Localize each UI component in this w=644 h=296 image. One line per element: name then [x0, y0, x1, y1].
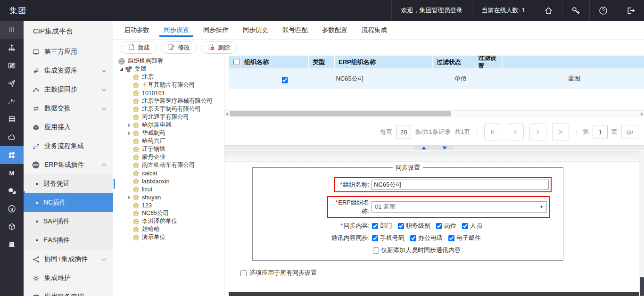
panel-splitter[interactable]	[224, 145, 644, 150]
per-page-input[interactable]: 20	[396, 125, 411, 139]
sidebar-item-integration-maintenance[interactable]: 集成维护	[24, 269, 113, 288]
rail-send-icon[interactable]	[0, 74, 24, 92]
first-page-button[interactable]	[484, 123, 501, 140]
tree-node[interactable]: licui	[113, 185, 224, 193]
tree-group[interactable]: 集团	[113, 65, 224, 73]
vertical-scroll-thumb[interactable]	[640, 277, 644, 296]
rail-database-icon[interactable]	[0, 110, 24, 128]
rail-s-app-icon[interactable]: S	[0, 200, 24, 218]
tree-node[interactable]: 华威制药	[113, 129, 224, 137]
rail-sliders-icon[interactable]	[0, 57, 24, 74]
tree-toggle-icon[interactable]	[128, 123, 131, 127]
tree-node[interactable]: 北京天宇制药有限公司	[113, 105, 224, 113]
last-page-button[interactable]	[552, 123, 569, 140]
sidebar-item-data-exchange[interactable]: 数据交换	[24, 99, 113, 118]
tree-node[interactable]: NC65公司	[113, 209, 224, 217]
delete-button[interactable]: 删除	[201, 41, 237, 54]
column-filter-setting[interactable]: 过滤设置	[474, 56, 503, 68]
vertical-scrollbar[interactable]	[639, 151, 644, 296]
tree-node[interactable]: 123	[113, 201, 224, 209]
tree-toggle-icon[interactable]	[128, 196, 131, 199]
prev-page-button[interactable]	[507, 123, 524, 140]
sidebar-item-finance-voucher[interactable]: 财务凭证	[24, 174, 113, 193]
comm-sync-checkbox[interactable]	[410, 235, 416, 241]
tree-node[interactable]: 1010101	[113, 89, 224, 97]
rail-laptop-icon[interactable]	[0, 236, 24, 254]
sidebar-item-third-party-apps[interactable]: 第三方应用	[24, 42, 113, 61]
edit-button[interactable]: 修改	[161, 41, 197, 54]
tree-node[interactable]: 娃哈哈	[113, 225, 224, 233]
sidebar-scrollbar-thumb[interactable]	[24, 191, 25, 208]
only-new-checkbox-item[interactable]: 仅新添加人员时同步通讯内容	[373, 246, 461, 255]
column-type[interactable]: 类型	[309, 56, 335, 68]
column-erp-org-name[interactable]: ERP组织名称	[335, 56, 433, 68]
tree-node[interactable]: 河北通宇有限公司	[113, 113, 224, 121]
sidebar-item-business-process[interactable]: 业务流程集成	[24, 137, 113, 156]
horizontal-scroll-thumb[interactable]	[230, 111, 451, 116]
tab-账号匹配[interactable]: 账号匹配	[281, 21, 309, 39]
page-number-input[interactable]: 1	[593, 125, 608, 139]
tree-node[interactable]: caicai	[113, 169, 224, 177]
table-row[interactable]: NC65公司 单位 蓝图	[229, 68, 644, 89]
sidebar-item-eas-plugin[interactable]: EAS插件	[24, 231, 113, 250]
erp-org-select[interactable]: 01 蓝图 ▼	[372, 201, 547, 213]
home-icon[interactable]	[535, 0, 562, 21]
select-all-checkbox[interactable]	[233, 59, 239, 65]
rail-sitemap-icon[interactable]	[0, 39, 24, 57]
tree-toggle-icon[interactable]	[120, 67, 123, 71]
sidebar-item-app-access[interactable]: 应用接入	[24, 118, 113, 137]
sidebar-item-sap-plugin[interactable]: SAP插件	[24, 212, 113, 231]
tree-node[interactable]: 蒙丹企业	[113, 153, 224, 161]
comm-sync-checkbox[interactable]	[372, 235, 378, 241]
tree-scrollbar-thumb[interactable]	[114, 179, 115, 189]
tree-node[interactable]: 辽宁钢铁	[113, 145, 224, 153]
comm-sync-option[interactable]: 办公电话	[410, 234, 443, 242]
sync-content-option[interactable]: 部门	[372, 222, 392, 230]
help-icon[interactable]: ?	[589, 0, 617, 21]
scroll-right-icon[interactable]	[639, 112, 644, 116]
tab-参数配置[interactable]: 参数配置	[321, 21, 349, 39]
rail-flow-icon[interactable]	[0, 92, 24, 110]
go-button[interactable]: go	[621, 125, 638, 139]
column-filter-status[interactable]: 过滤状态	[433, 56, 474, 68]
sync-content-checkbox[interactable]	[436, 223, 442, 229]
sync-content-checkbox[interactable]	[398, 223, 404, 229]
horizontal-scroll-track[interactable]	[229, 111, 639, 116]
collapse-up-icon[interactable]	[414, 146, 434, 150]
rail-clover-icon[interactable]	[0, 146, 24, 164]
tree-node[interactable]: labixiaoxin	[113, 177, 224, 185]
key-icon[interactable]	[562, 0, 589, 21]
rail-menu-icon[interactable]	[0, 21, 24, 39]
tree-node[interactable]: 北京	[113, 73, 224, 81]
sync-content-option[interactable]: 人员	[462, 222, 482, 230]
tree-toggle-icon[interactable]	[128, 132, 131, 135]
row-checkbox[interactable]	[282, 77, 288, 83]
tree-node[interactable]: 南方机动车有限公司	[113, 161, 224, 169]
rail-m-app-icon[interactable]: M	[0, 164, 24, 182]
comm-sync-checkbox[interactable]	[448, 235, 454, 241]
sidebar-item-app-service-mgmt[interactable]: 应用服务管理	[24, 288, 113, 296]
sidebar-item-nc-plugin[interactable]: NC插件	[24, 193, 113, 212]
comm-sync-option[interactable]: 电子邮件	[448, 234, 481, 242]
tree-node[interactable]: shuyan	[113, 193, 224, 201]
tab-流程集成[interactable]: 流程集成	[360, 21, 388, 39]
apply-all-checkbox-item[interactable]: 选项应用于所有同步设置	[240, 269, 317, 277]
rail-cloud-icon[interactable]	[0, 128, 24, 146]
tab-同步历史[interactable]: 同步历史	[241, 21, 270, 39]
column-org-name[interactable]: 组织名称	[240, 56, 309, 68]
bottom-scrollbar[interactable]	[229, 292, 644, 296]
next-page-button[interactable]	[529, 123, 546, 140]
tree-root[interactable]: 组织机构部署	[113, 57, 224, 65]
sidebar-item-erp-plugins[interactable]: ERPERP集成插件	[24, 156, 113, 174]
sync-content-checkbox[interactable]	[372, 223, 378, 229]
logout-icon[interactable]	[617, 0, 644, 21]
tab-同步操作[interactable]: 同步操作	[202, 21, 230, 39]
tree-node[interactable]: 土耳其朗古有限公司	[113, 81, 224, 89]
new-button[interactable]: 新建	[121, 41, 157, 54]
tab-同步设置[interactable]: 同步设置	[162, 21, 190, 39]
tree-node[interactable]: 哈药六厂	[113, 137, 224, 145]
sidebar-item-integration-repo[interactable]: 集成资源库	[24, 61, 113, 80]
scroll-left-icon[interactable]	[224, 112, 229, 116]
rail-chat-icon[interactable]	[0, 182, 24, 200]
sync-content-option[interactable]: 职务级别	[398, 222, 430, 230]
